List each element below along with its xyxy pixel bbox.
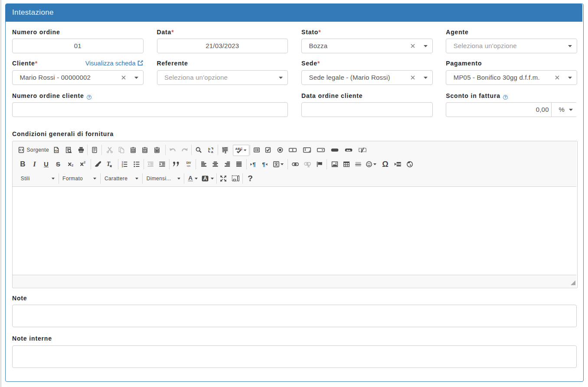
svg-text:3: 3 bbox=[122, 165, 124, 168]
svg-text:ABC: ABC bbox=[235, 147, 242, 151]
svg-text:2: 2 bbox=[72, 163, 73, 167]
svg-text:PDF: PDF bbox=[54, 150, 58, 152]
svg-text:¶: ¶ bbox=[262, 161, 265, 168]
svg-text:a: a bbox=[211, 150, 213, 154]
svg-text:DIV: DIV bbox=[186, 161, 191, 164]
svg-text:2: 2 bbox=[84, 161, 85, 164]
svg-text:</>: </> bbox=[186, 164, 190, 167]
svg-text:A: A bbox=[188, 175, 193, 181]
svg-text:A: A bbox=[203, 176, 207, 182]
svg-text:¶: ¶ bbox=[252, 161, 255, 168]
svg-text:b: b bbox=[208, 147, 210, 151]
